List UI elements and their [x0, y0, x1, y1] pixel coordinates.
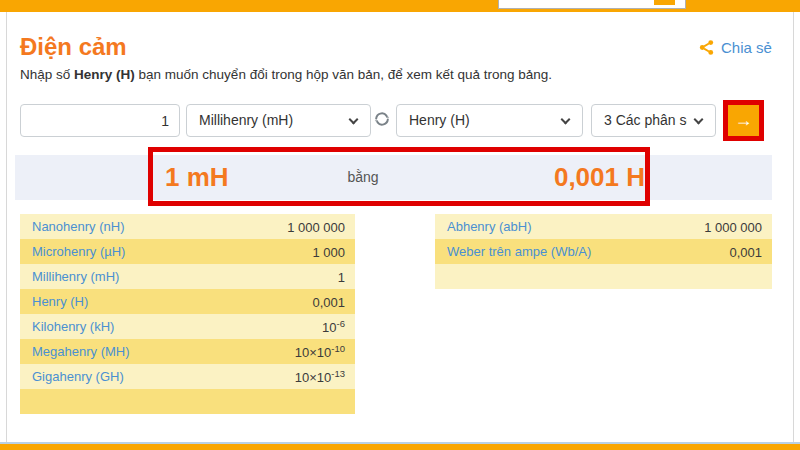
content-right-border — [793, 12, 794, 443]
table-row: Megahenry (MH) 10×10-10 — [20, 339, 355, 364]
to-unit-select[interactable]: Henry (H) — [396, 104, 583, 137]
swap-icon — [372, 109, 392, 129]
instruction-unit: Henry (H) — [74, 67, 135, 82]
unit-value: 1 000 000 — [704, 218, 762, 235]
share-label: Chia sẻ — [721, 39, 772, 56]
table-row: Henry (H) 0,001 — [20, 289, 355, 314]
page: Điện cảm Chia sẻ Nhập số Henry (H) bạn m… — [0, 0, 800, 450]
table-row: Millihenry (mH) 1 — [20, 264, 355, 289]
chevron-down-icon — [561, 115, 571, 125]
unit-link[interactable]: Henry (H) — [32, 294, 88, 309]
to-unit-label: Henry (H) — [409, 105, 554, 136]
unit-link[interactable]: Nanohenry (nH) — [32, 219, 125, 234]
unit-value: 10-6 — [322, 318, 345, 335]
unit-value: 1 000 000 — [287, 218, 345, 235]
instruction-suffix: bạn muốn chuyển đổi trong hộp văn bản, đ… — [135, 67, 552, 82]
unit-link[interactable]: Millihenry (mH) — [32, 269, 119, 284]
convert-button[interactable]: → — [728, 105, 759, 136]
share-link[interactable]: Chia sẻ — [698, 39, 772, 56]
value-input[interactable] — [20, 104, 180, 137]
unit-link[interactable]: Weber trên ampe (Wb/A) — [447, 244, 591, 259]
swap-units-button[interactable] — [370, 108, 394, 132]
table-row: Abhenry (abH) 1 000 000 — [435, 214, 772, 239]
conversion-table-left: Nanohenry (nH) 1 000 000 Microhenry (µH)… — [20, 214, 355, 414]
instruction-text: Nhập số Henry (H) bạn muốn chuyển đổi tr… — [20, 67, 552, 82]
unit-value: 0,001 — [312, 293, 345, 310]
unit-value: 0,001 — [729, 243, 762, 260]
table-row: Gigahenry (GH) 10×10-13 — [20, 364, 355, 389]
search-input[interactable] — [498, 0, 686, 9]
conversion-table-right: Abhenry (abH) 1 000 000 Weber trên ampe … — [435, 214, 772, 289]
share-icon — [698, 39, 715, 56]
unit-link[interactable]: Megahenry (MH) — [32, 344, 130, 359]
precision-label: 3 Các phân số — [604, 105, 687, 136]
unit-value: 1 000 — [312, 243, 345, 260]
page-title: Điện cảm — [20, 33, 127, 61]
from-unit-label: Millihenry (mH) — [199, 105, 342, 136]
table-row: Weber trên ampe (Wb/A) 0,001 — [435, 239, 772, 264]
instruction-prefix: Nhập số — [20, 67, 74, 82]
unit-link[interactable]: Kilohenry (kH) — [32, 319, 114, 334]
table-row: Microhenry (µH) 1 000 — [20, 239, 355, 264]
unit-value: 1 — [338, 268, 345, 285]
content-left-border — [6, 12, 7, 443]
search-button[interactable] — [654, 0, 675, 5]
precision-select[interactable]: 3 Các phân số — [591, 104, 716, 137]
chevron-down-icon — [349, 115, 359, 125]
unit-link[interactable]: Microhenry (µH) — [32, 244, 125, 259]
unit-link[interactable]: Gigahenry (GH) — [32, 369, 124, 384]
annotation-result-highlight — [148, 147, 650, 206]
arrow-right-icon: → — [735, 110, 753, 130]
footer-bar — [0, 442, 800, 450]
chevron-down-icon — [694, 115, 704, 125]
top-navbar — [0, 0, 800, 12]
table-row: Kilohenry (kH) 10-6 — [20, 314, 355, 339]
unit-value: 10×10-10 — [295, 343, 345, 360]
unit-value: 10×10-13 — [295, 368, 345, 385]
unit-link[interactable]: Abhenry (abH) — [447, 219, 532, 234]
annotation-convert-button-highlight: → — [723, 100, 764, 141]
table-row — [435, 264, 772, 289]
table-row — [20, 389, 355, 414]
table-row: Nanohenry (nH) 1 000 000 — [20, 214, 355, 239]
from-unit-select[interactable]: Millihenry (mH) — [186, 104, 371, 137]
